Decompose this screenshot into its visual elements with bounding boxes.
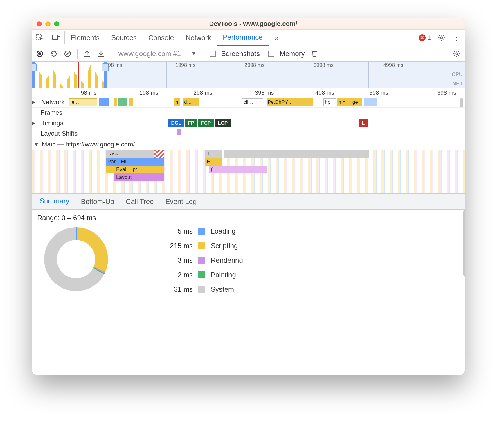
main-track-header[interactable]: ▶ Main — https://www.google.com/: [32, 139, 465, 150]
flame-block[interactable]: Par…ML: [106, 158, 164, 166]
frames-track[interactable]: Frames: [32, 108, 465, 118]
overview-tick: 3998 ms: [314, 62, 334, 68]
flame-block[interactable]: (…: [209, 166, 267, 173]
layout-shifts-track[interactable]: Layout Shifts: [32, 128, 465, 139]
network-block[interactable]: hp: [323, 98, 336, 106]
tab-elements[interactable]: Elements: [65, 30, 105, 46]
legend-label: Scripting: [211, 242, 243, 250]
flame-block[interactable]: E…: [205, 158, 222, 166]
timing-marker-fp[interactable]: FP: [185, 119, 197, 127]
flame-block[interactable]: T…: [205, 150, 222, 158]
flame-block[interactable]: [224, 150, 369, 158]
screenshots-label: Screenshots: [221, 50, 260, 58]
network-block[interactable]: [118, 98, 127, 106]
details-tab-event-log[interactable]: Event Log: [159, 194, 202, 209]
overview-handle-left[interactable]: ||: [32, 62, 35, 88]
network-block[interactable]: le.…: [69, 98, 97, 106]
legend-label: Rendering: [211, 256, 243, 264]
network-block[interactable]: [114, 98, 117, 106]
tabs-overflow-icon[interactable]: »: [269, 30, 285, 46]
network-track[interactable]: ▶ Network le.…nd…cli…Pe,DhPY…hpm=ge: [32, 97, 465, 108]
tab-performance[interactable]: Performance: [217, 30, 268, 46]
details-tab-call-tree[interactable]: Call Tree: [120, 194, 159, 209]
summary-panel: Range: 0 – 694 ms 694 ms 5 msLoading215 …: [32, 210, 465, 294]
collapse-icon[interactable]: ▶: [34, 143, 39, 146]
legend-ms: 31 ms: [161, 285, 193, 293]
device-toggle-icon[interactable]: [48, 30, 64, 46]
svg-point-6: [456, 53, 458, 55]
overview-tick: 98 ms: [108, 62, 122, 68]
titlebar: DevTools - www.google.com/: [32, 18, 465, 30]
settings-icon[interactable]: [437, 33, 446, 42]
memory-label: Memory: [280, 50, 305, 58]
network-block[interactable]: n: [174, 98, 180, 106]
donut-total: 694 ms: [44, 227, 108, 291]
reload-record-button[interactable]: [49, 49, 58, 58]
upload-profile-button[interactable]: [83, 49, 91, 58]
window-title: DevTools - www.google.com/: [59, 20, 465, 28]
network-block[interactable]: d…: [183, 98, 199, 106]
errors-badge[interactable]: ✕ 1: [419, 34, 431, 42]
timing-marker-l[interactable]: L: [359, 119, 368, 127]
profile-selector[interactable]: www.google.com #1 ▼: [116, 50, 199, 58]
close-window-icon[interactable]: [37, 21, 42, 26]
scrollbar-thumb[interactable]: [463, 210, 465, 277]
tab-network[interactable]: Network: [180, 30, 217, 46]
donut-chart: 694 ms: [44, 227, 108, 291]
overview-cpu-label: CPU: [452, 71, 463, 78]
network-block[interactable]: m=: [337, 98, 351, 106]
time-ruler[interactable]: 98 ms198 ms298 ms398 ms498 ms598 ms698 m…: [32, 88, 465, 97]
summary-range: Range: 0 – 694 ms: [37, 214, 459, 222]
inspect-icon[interactable]: [32, 30, 48, 46]
details-tab-bottom-up[interactable]: Bottom-Up: [75, 194, 120, 209]
record-button[interactable]: [35, 49, 44, 58]
legend-swatch: [198, 242, 205, 249]
flame-block[interactable]: Eval…ipt: [114, 166, 164, 173]
overview-handle-right[interactable]: ||: [104, 62, 107, 88]
tracks-area: ▶ Network le.…nd…cli…Pe,DhPY…hpm=ge Fram…: [32, 97, 465, 194]
timing-marker-fcp[interactable]: FCP: [198, 119, 214, 127]
tab-console[interactable]: Console: [143, 30, 180, 46]
download-profile-button[interactable]: [97, 49, 105, 58]
svg-line-5: [66, 52, 70, 55]
network-block[interactable]: [99, 98, 109, 106]
error-icon: ✕: [419, 34, 426, 41]
legend-swatch: [198, 257, 205, 264]
flame-chart[interactable]: TaskT…Par…MLE…Eval…ipt(…Layout: [32, 150, 465, 194]
ruler-tick: 398 ms: [255, 89, 274, 96]
flame-block[interactable]: [106, 166, 114, 173]
network-block[interactable]: Pe,DhPY…: [267, 98, 313, 106]
clear-button[interactable]: [63, 49, 72, 58]
screenshots-checkbox[interactable]: [210, 51, 216, 57]
zoom-window-icon[interactable]: [54, 21, 59, 26]
devtools-window: DevTools - www.google.com/ ElementsSourc…: [32, 18, 465, 375]
details-tab-summary[interactable]: Summary: [34, 194, 75, 209]
timing-marker-dcl[interactable]: DCL: [168, 119, 184, 127]
timings-track[interactable]: ▶ Timings DCLFPFCPLCPL: [32, 118, 465, 128]
network-block[interactable]: [364, 98, 377, 106]
legend-ms: 2 ms: [161, 271, 193, 279]
chevron-down-icon: ▼: [191, 51, 197, 57]
memory-checkbox[interactable]: [268, 51, 274, 57]
minimize-window-icon[interactable]: [45, 21, 51, 26]
tab-sources[interactable]: Sources: [105, 30, 143, 46]
overview-minimap: [32, 62, 107, 88]
ruler-tick: 598 ms: [369, 89, 388, 96]
network-block[interactable]: ge: [351, 98, 362, 106]
kebab-menu-icon[interactable]: ⋮: [452, 33, 461, 42]
network-block[interactable]: [129, 98, 133, 106]
capture-settings-icon[interactable]: [452, 49, 461, 58]
network-block[interactable]: cli…: [242, 98, 263, 106]
overview-tick: 4998 ms: [383, 62, 403, 68]
flame-dash: [183, 150, 183, 193]
timing-marker-lcp[interactable]: LCP: [215, 119, 231, 127]
overview-tick: 1998 ms: [175, 62, 195, 68]
ruler-tick: 298 ms: [193, 89, 213, 96]
flame-block[interactable]: Layout: [114, 173, 164, 181]
overview-strip[interactable]: || || 98 ms 1998 ms 2998 ms 3998 ms 4998…: [32, 62, 465, 88]
frames-track-label: Frames: [32, 109, 62, 117]
layout-shift-block[interactable]: [177, 129, 181, 135]
overview-marker: [78, 62, 79, 88]
trash-icon[interactable]: [310, 49, 319, 58]
legend-swatch: [198, 271, 205, 278]
